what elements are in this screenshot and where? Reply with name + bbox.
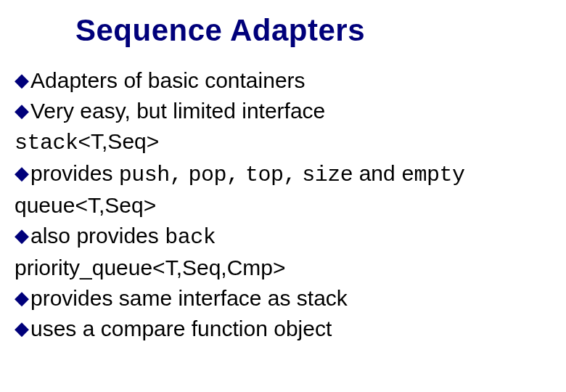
diamond-icon: ◆ bbox=[15, 67, 29, 93]
bullet-lead: uses bbox=[30, 317, 76, 340]
code-text: top, bbox=[245, 163, 296, 187]
bullet-lead: provides bbox=[30, 286, 112, 310]
bullet-text: provides bbox=[70, 224, 165, 248]
code-text: empty bbox=[401, 163, 465, 187]
bullet-provides-same: ◆provides same interface as stack bbox=[15, 283, 551, 314]
bullet-provides-stack: ◆provides push, pop, top, size and empty bbox=[15, 158, 551, 190]
bullet-adapters: ◆Adapters of basic containers bbox=[15, 65, 551, 96]
slide-title: Sequence Adapters bbox=[75, 13, 365, 48]
type-text: priority_queue<T,Seq,Cmp> bbox=[15, 256, 286, 279]
slide: Sequence Adapters ◆Adapters of basic con… bbox=[0, 0, 566, 392]
queue-type-line: queue<T,Seq> bbox=[15, 190, 551, 221]
code-text: back bbox=[165, 225, 216, 250]
bullet-lead: Very bbox=[30, 99, 74, 123]
bullet-lead: Adapters bbox=[30, 68, 118, 92]
priority-queue-type-line: priority_queue<T,Seq,Cmp> bbox=[15, 253, 551, 283]
space bbox=[239, 161, 245, 185]
bullet-text: and bbox=[353, 161, 401, 185]
bullet-text: same interface as stack bbox=[112, 286, 347, 310]
diamond-icon: ◆ bbox=[15, 160, 29, 186]
stack-type-line: stack<T,Seq> bbox=[15, 126, 551, 158]
code-text: size bbox=[302, 163, 353, 187]
code-text: push, bbox=[119, 163, 183, 187]
bullet-also-provides: ◆also provides back bbox=[15, 221, 551, 253]
slide-body: ◆Adapters of basic containers ◆Very easy… bbox=[15, 65, 551, 344]
space bbox=[182, 161, 188, 185]
bullet-lead: also bbox=[30, 224, 70, 248]
type-text: queue<T,Seq> bbox=[15, 193, 156, 217]
diamond-icon: ◆ bbox=[15, 285, 29, 311]
diamond-icon: ◆ bbox=[15, 97, 29, 123]
bullet-lead: provides bbox=[30, 161, 119, 185]
bullet-uses: ◆uses a compare function object bbox=[15, 314, 551, 344]
bullet-text: of basic containers bbox=[118, 68, 305, 92]
bullet-text: easy, but limited interface bbox=[74, 99, 325, 123]
bullet-very-easy: ◆Very easy, but limited interface bbox=[15, 96, 551, 126]
diamond-icon: ◆ bbox=[15, 222, 29, 248]
code-text: pop, bbox=[189, 163, 239, 187]
code-text: stack bbox=[15, 131, 78, 155]
type-params: <T,Seq> bbox=[78, 129, 160, 153]
diamond-icon: ◆ bbox=[15, 315, 29, 341]
bullet-text: a compare function object bbox=[76, 317, 332, 340]
